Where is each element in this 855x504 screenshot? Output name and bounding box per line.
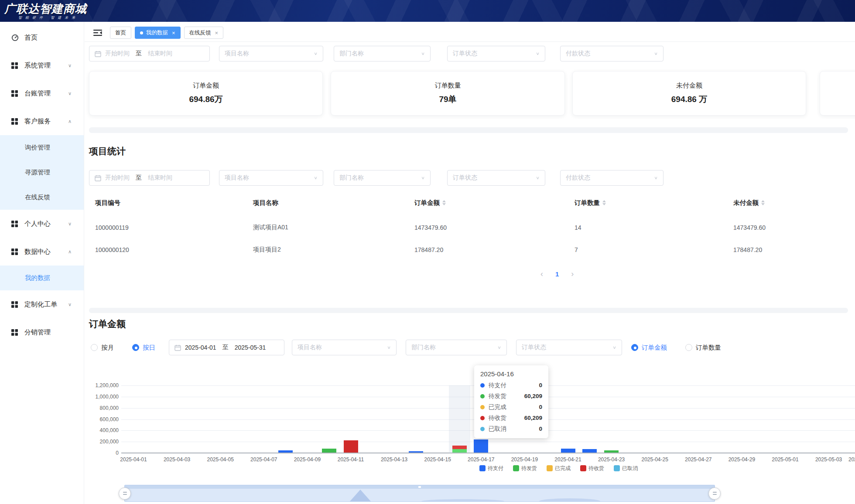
select-部门名称[interactable]: 部门名称∨ <box>334 170 431 186</box>
pagination: ‹ 1 › <box>540 269 574 279</box>
y-axis-label: 1,000,000 <box>96 394 119 400</box>
sidebar-submenu: 我的数据 <box>0 266 84 290</box>
calendar-icon <box>95 51 101 57</box>
radio-label: 按月 <box>101 344 114 352</box>
bar-待支付-2025-04-21[interactable] <box>561 449 575 453</box>
bar-待发货-2025-04-16[interactable] <box>452 449 467 453</box>
select-placeholder: 订单状态 <box>522 344 546 351</box>
bar-待收货-2025-04-16[interactable] <box>452 446 467 449</box>
column-header-label: 订单数量 <box>575 199 600 207</box>
chart-y-axis: 0200,000400,000600,000800,0001,000,0001,… <box>85 385 119 455</box>
legend-item-待支付[interactable]: 待支付 <box>479 465 503 472</box>
tab-在线反馈[interactable]: 在线反馈× <box>184 27 224 39</box>
grid-icon <box>11 301 19 308</box>
column-header-订单金额[interactable]: 订单金额 <box>414 195 446 210</box>
sidebar-item-询价管理[interactable]: 询价管理 <box>0 135 84 160</box>
select-订单状态[interactable]: 订单状态∨ <box>447 170 545 186</box>
chart-date-range-input[interactable]: 2025-04-01至2025-05-31 <box>169 340 284 355</box>
sidebar-item-个人中心[interactable]: 个人中心∨ <box>0 210 84 238</box>
select-项目名称[interactable]: 项目名称∨ <box>219 170 323 186</box>
bar-待收货-2025-04-11[interactable] <box>344 440 358 453</box>
select-项目名称[interactable]: 项目名称∨ <box>292 340 397 355</box>
sort-carets-icon[interactable] <box>442 200 446 205</box>
radio-label: 订单数量 <box>696 344 721 352</box>
horizontal-scrollbar[interactable] <box>89 308 848 313</box>
prev-page-button[interactable]: ‹ <box>540 269 543 279</box>
table-header-row: 项目编号项目名称订单金额订单数量未付金额 <box>85 195 855 210</box>
grid-icon <box>11 62 19 69</box>
legend-item-待发货[interactable]: 待发货 <box>513 465 537 472</box>
x-axis-label: 2025-04-13 <box>381 456 407 463</box>
chevron-down-icon: ∨ <box>314 176 318 180</box>
sidebar-nav: 首页系统管理∨台账管理∨客户服务∧询价管理寻源管理在线反馈个人中心∨数据中心∧我… <box>0 22 84 504</box>
table-row[interactable]: 1000000119测试项目A011473479.60141473479.60 <box>85 216 855 238</box>
calendar-icon <box>174 344 181 351</box>
select-部门名称[interactable]: 部门名称∨ <box>406 340 507 355</box>
sort-carets-icon[interactable] <box>761 200 765 205</box>
stat-card-label: 订单数量 <box>435 82 461 90</box>
sort-carets-icon[interactable] <box>602 200 606 205</box>
select-订单状态[interactable]: 订单状态∨ <box>516 340 622 355</box>
legend-item-待收货[interactable]: 待收货 <box>580 465 604 472</box>
column-header-未付金额[interactable]: 未付金额 <box>733 195 765 210</box>
stat-card-未付金额: 未付金额694.86 万 <box>572 71 806 116</box>
close-icon[interactable]: × <box>215 30 219 36</box>
bar-待支付-2025-04-17[interactable] <box>474 439 488 453</box>
select-付款状态[interactable]: 付款状态∨ <box>560 46 663 61</box>
close-icon[interactable]: × <box>172 30 175 36</box>
table-cell: 1000000119 <box>95 216 129 238</box>
datazoom-slider[interactable] <box>124 485 715 502</box>
drag-handle-icon[interactable] <box>708 487 721 500</box>
radio-by-day[interactable]: 按日 <box>132 340 155 355</box>
legend-item-已完成[interactable]: 已完成 <box>547 465 571 472</box>
sidebar-item-客户服务[interactable]: 客户服务∧ <box>0 107 84 135</box>
chevron-up-icon: ∧ <box>68 119 72 124</box>
column-header-订单数量[interactable]: 订单数量 <box>575 195 606 210</box>
tooltip-series-value: 0 <box>539 382 542 388</box>
stat-card-value: 79单 <box>439 94 456 105</box>
select-部门名称[interactable]: 部门名称∨ <box>334 46 431 61</box>
current-page-button[interactable]: 1 <box>555 270 559 278</box>
sidebar-item-在线反馈[interactable]: 在线反馈 <box>0 185 84 210</box>
tab-active-dot-icon <box>140 31 143 34</box>
chevron-down-icon: ∨ <box>612 345 616 350</box>
tooltip-series-label: 已取消 <box>489 425 506 433</box>
sidebar-item-我的数据[interactable]: 我的数据 <box>0 266 84 290</box>
tooltip-series-value: 60,209 <box>524 415 542 421</box>
sidebar-item-系统管理[interactable]: 系统管理∨ <box>0 51 84 79</box>
tab-首页[interactable]: 首页 <box>110 27 131 39</box>
bar-待发货-2025-04-10[interactable] <box>322 449 336 453</box>
sidebar-item-定制化工单[interactable]: 定制化工单∨ <box>0 290 84 318</box>
radio-by-month[interactable]: 按月 <box>91 340 114 355</box>
sidebar-item-数据中心[interactable]: 数据中心∧ <box>0 238 84 266</box>
date-end-placeholder: 结束时间 <box>148 50 172 58</box>
tooltip-row: 已完成0 <box>480 402 542 412</box>
sidebar-item-寻源管理[interactable]: 寻源管理 <box>0 160 84 185</box>
select-付款状态[interactable]: 付款状态∨ <box>560 170 663 186</box>
collapse-menu-icon[interactable] <box>93 29 102 36</box>
sidebar-item-分销管理[interactable]: 分销管理 <box>0 318 84 346</box>
page: { "brand": { "title": "广联达智建商城", "subtit… <box>0 0 855 504</box>
radio-metric-count[interactable]: 订单数量 <box>685 340 721 355</box>
select-订单状态[interactable]: 订单状态∨ <box>447 46 545 61</box>
date-range-input[interactable]: 开始时间至结束时间 <box>89 170 210 186</box>
legend-item-已取消[interactable]: 已取消 <box>614 465 638 472</box>
bar-待发货-2025-04-23[interactable] <box>604 450 619 453</box>
filter-row-overview: 开始时间至结束时间项目名称∨部门名称∨订单状态∨付款状态∨ <box>85 46 855 61</box>
sidebar-item-台账管理[interactable]: 台账管理∨ <box>0 79 84 107</box>
drag-handle-icon[interactable] <box>119 487 131 500</box>
radio-label: 订单金额 <box>642 344 667 352</box>
radio-metric-amount[interactable]: 订单金额 <box>631 340 667 355</box>
sidebar-item-首页[interactable]: 首页 <box>0 24 84 51</box>
bar-待支付-2025-04-08[interactable] <box>278 450 293 453</box>
bar-待支付-2025-04-14[interactable] <box>409 451 423 453</box>
table-row[interactable]: 1000000120项目项目2178487.207178487.20 <box>85 238 855 261</box>
horizontal-scrollbar[interactable] <box>89 127 848 133</box>
bar-待支付-2025-04-22[interactable] <box>582 449 597 453</box>
select-项目名称[interactable]: 项目名称∨ <box>219 46 323 61</box>
tab-我的数据[interactable]: 我的数据× <box>135 27 181 39</box>
datazoom-mini-area <box>539 498 600 501</box>
next-page-button[interactable]: › <box>571 269 574 279</box>
select-placeholder: 项目名称 <box>298 344 322 351</box>
date-range-input[interactable]: 开始时间至结束时间 <box>89 46 210 61</box>
